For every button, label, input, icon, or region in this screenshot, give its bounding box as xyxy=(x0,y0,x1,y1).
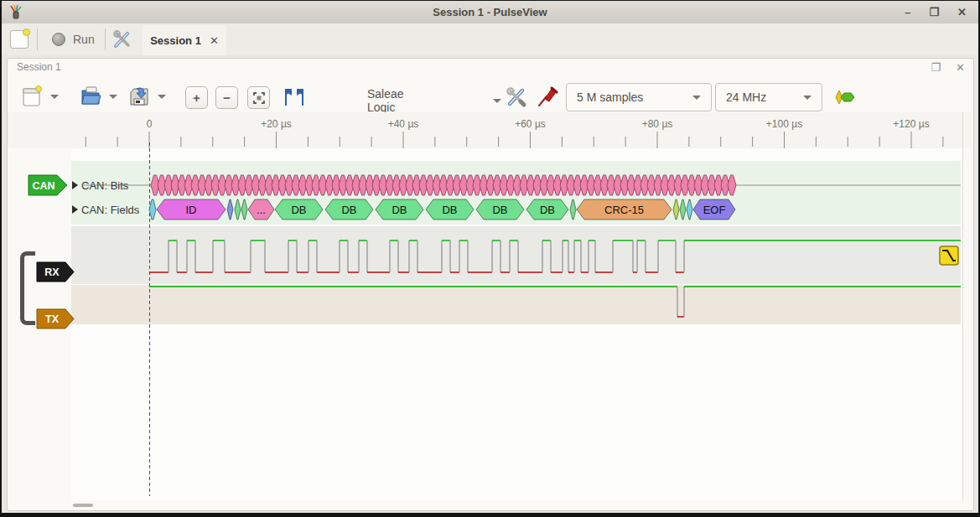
rx-channel-row-background xyxy=(71,226,961,284)
can-decoder-rows-background xyxy=(71,161,961,225)
zoom-fit-icon xyxy=(253,92,265,104)
zoom-to-markers-icon[interactable] xyxy=(282,87,307,111)
sample-count-select[interactable]: 5 M samples xyxy=(566,83,712,111)
tab-close-icon[interactable]: ✕ xyxy=(210,34,219,47)
pulseview-window: Session 1 - PulseView – ❐ ✕ Run Session … xyxy=(0,0,980,517)
settings-tools-icon[interactable] xyxy=(111,28,133,54)
zoom-out-button[interactable]: − xyxy=(215,86,238,109)
add-decoder-icon[interactable] xyxy=(834,89,859,109)
channel-group-bracket[interactable] xyxy=(20,251,35,325)
device-name: Saleae Logic xyxy=(367,87,405,114)
sample-count-value: 5 M samples xyxy=(577,90,643,104)
save-dropdown-icon[interactable] xyxy=(158,95,166,99)
window-title: Session 1 - PulseView xyxy=(2,6,978,18)
new-session-button[interactable] xyxy=(10,30,29,49)
new-view-dropdown-icon[interactable] xyxy=(50,95,59,99)
tab-label: Session 1 xyxy=(150,34,201,47)
title-bar[interactable]: Session 1 - PulseView – ❐ ✕ xyxy=(2,1,978,24)
dock-float-button[interactable]: ❐ xyxy=(931,61,941,74)
toolbar-separator xyxy=(37,28,38,50)
toolbar-separator xyxy=(105,28,106,50)
tx-channel-row-background xyxy=(71,285,961,324)
run-button[interactable]: Run xyxy=(45,27,101,52)
dock-close-button[interactable]: ✕ xyxy=(956,61,965,74)
device-config-icon[interactable] xyxy=(505,85,528,111)
sample-rate-dropdown-icon xyxy=(803,96,811,100)
tab-session-1[interactable]: Session 1 ✕ xyxy=(143,25,226,55)
sample-rate-value: 24 MHz xyxy=(726,90,766,104)
sample-count-dropdown-icon xyxy=(692,96,701,100)
plus-icon: + xyxy=(193,90,200,105)
zoom-fit-button[interactable] xyxy=(247,86,270,109)
minus-icon: − xyxy=(223,90,231,105)
view-right-divider xyxy=(962,112,963,500)
dock-title: Session 1 xyxy=(17,61,61,73)
close-button[interactable]: ✕ xyxy=(957,6,967,18)
horizontal-scrollbar-thumb[interactable] xyxy=(73,504,93,507)
open-dropdown-icon[interactable] xyxy=(109,95,117,99)
zoom-in-button[interactable]: + xyxy=(185,86,208,109)
maximize-button[interactable]: ❐ xyxy=(929,6,939,18)
probe-icon[interactable] xyxy=(536,85,559,111)
open-file-icon[interactable] xyxy=(80,85,103,111)
new-view-icon[interactable] xyxy=(22,85,42,111)
run-state-icon xyxy=(52,33,65,46)
new-badge-icon xyxy=(23,28,30,36)
device-dropdown-icon xyxy=(493,99,501,103)
device-select[interactable]: Saleae Logic xyxy=(367,87,501,114)
minimize-button[interactable]: – xyxy=(905,6,910,18)
time-ruler[interactable] xyxy=(8,112,972,148)
sample-rate-select[interactable]: 24 MHz xyxy=(715,83,822,111)
save-file-icon[interactable] xyxy=(127,85,151,111)
main-toolbar: Run Session 1 ✕ xyxy=(2,23,978,56)
run-label: Run xyxy=(73,33,95,46)
